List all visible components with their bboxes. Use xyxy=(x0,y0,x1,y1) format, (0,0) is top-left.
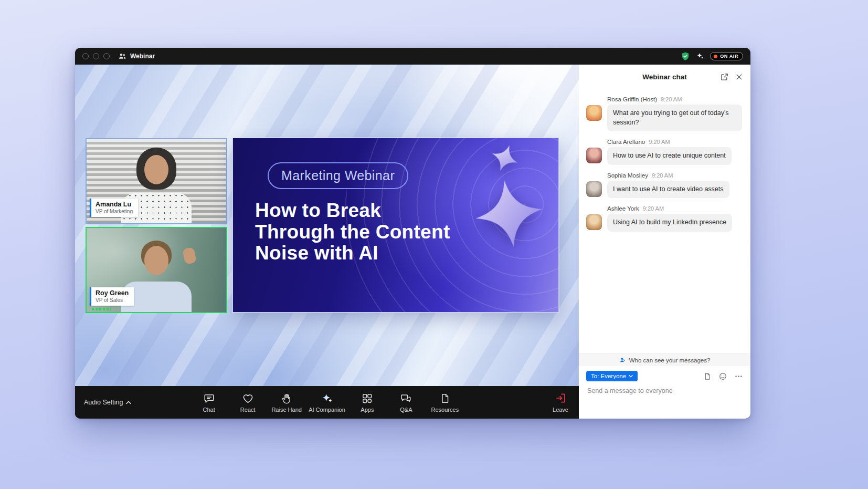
toolbar-item-label: Chat xyxy=(203,407,215,413)
slide-badge: Marketing Webinar xyxy=(268,162,408,189)
avatar xyxy=(586,148,602,163)
chat-message: Rosa Griffin (Host)9:20 AM What are you … xyxy=(586,96,742,131)
participants-icon xyxy=(118,52,126,60)
message-author: Sophia Mosiley xyxy=(607,172,648,179)
message-time: 9:20 AM xyxy=(652,172,673,179)
toolbar-item-label: React xyxy=(240,407,256,413)
popout-icon[interactable] xyxy=(720,72,729,81)
audio-level-indicator xyxy=(92,308,111,310)
window-minimize-button[interactable] xyxy=(93,53,99,59)
shared-presentation: Marketing Webinar How to Break Through t… xyxy=(232,138,559,313)
chat-message-input[interactable] xyxy=(586,381,743,394)
message-bubble: Using AI to build my LinkedIn presence xyxy=(607,214,732,232)
titlebar: Webinar ON AIR xyxy=(75,48,750,65)
apps-grid-icon xyxy=(361,392,373,404)
heart-icon xyxy=(242,392,254,404)
video-stage: Amanda Lu VP of Marketing Roy Green VP o… xyxy=(75,65,579,386)
window-controls xyxy=(82,53,110,59)
avatar xyxy=(586,105,602,121)
message-bubble: I want to use AI to create video assets xyxy=(607,181,729,199)
message-bubble: What are you trying to get out of today'… xyxy=(607,105,742,131)
emoji-icon[interactable] xyxy=(718,372,727,381)
slide-heading: How to Break Through the Content Noise w… xyxy=(255,200,450,264)
speaker-role: VP of Marketing xyxy=(96,209,133,214)
visibility-person-icon xyxy=(619,357,626,363)
speaker-role: VP of Sales xyxy=(96,297,129,303)
chat-header: Webinar chat xyxy=(579,65,750,89)
webinar-app-window: Webinar ON AIR xyxy=(75,48,750,419)
chat-message: Sophia Mosiley9:20 AM I want to use AI t… xyxy=(586,172,742,199)
window-zoom-button[interactable] xyxy=(103,53,110,59)
toolbar-ai-companion-button[interactable]: AI Companion xyxy=(309,392,345,413)
app-title: Webinar xyxy=(118,52,155,60)
security-shield-icon[interactable] xyxy=(681,51,690,61)
toolbar-chat-button[interactable]: Chat xyxy=(192,392,226,413)
privacy-note-label: Who can see your messages? xyxy=(629,357,711,363)
toolbar-react-button[interactable]: React xyxy=(231,392,264,413)
toolbar-raise-hand-button[interactable]: Raise Hand xyxy=(270,392,303,413)
window-close-button[interactable] xyxy=(82,53,89,59)
ai-companion-status-icon[interactable] xyxy=(696,52,704,60)
message-time: 9:20 AM xyxy=(643,205,664,212)
audio-setting-label: Audio Setting xyxy=(84,399,123,406)
speaker-nametag: Roy Green VP of Sales xyxy=(90,287,134,306)
leave-door-icon xyxy=(555,392,567,404)
leave-label: Leave xyxy=(553,407,568,413)
chat-message: Clara Arellano9:20 AM How to use AI to c… xyxy=(586,139,742,165)
message-author: Rosa Griffin (Host) xyxy=(607,96,657,102)
toolbar-item-label: Resources xyxy=(431,407,459,413)
chat-message-list[interactable]: Rosa Griffin (Host)9:20 AM What are you … xyxy=(579,89,750,353)
on-air-dot xyxy=(714,55,717,58)
toolbar-item-label: Q&A xyxy=(400,407,412,413)
toolbar-item-label: Apps xyxy=(361,407,374,413)
qa-bubbles-icon xyxy=(400,392,412,404)
decor-sparkle-small xyxy=(488,141,523,176)
message-author: Clara Arellano xyxy=(607,139,645,145)
message-bubble: How to use AI to create unique content xyxy=(607,147,732,165)
meeting-toolbar: Audio Setting Chat React xyxy=(75,386,579,419)
app-title-label: Webinar xyxy=(130,53,155,60)
recipient-label: To: Everyone xyxy=(591,373,626,379)
on-air-label: ON AIR xyxy=(720,54,738,59)
document-icon xyxy=(439,392,451,404)
chevron-up-icon xyxy=(126,401,131,404)
toolbar-item-label: Raise Hand xyxy=(271,407,301,413)
message-time: 9:20 AM xyxy=(661,96,682,102)
toolbar-items: Chat React xyxy=(192,392,462,413)
message-time: 9:20 AM xyxy=(649,139,670,145)
toolbar-qa-button[interactable]: Q&A xyxy=(389,392,423,413)
avatar xyxy=(586,181,602,197)
toolbar-apps-button[interactable]: Apps xyxy=(351,392,384,413)
decor-sparkle-large xyxy=(471,176,547,252)
audio-setting-button[interactable]: Audio Setting xyxy=(84,399,131,406)
toolbar-resources-button[interactable]: Resources xyxy=(428,392,462,413)
avatar xyxy=(586,214,602,230)
attach-file-icon[interactable] xyxy=(703,372,712,381)
leave-button[interactable]: Leave xyxy=(553,392,568,413)
speaker-nametag: Amanda Lu VP of Marketing xyxy=(90,199,138,217)
on-air-badge: ON AIR xyxy=(710,52,743,60)
chat-message: Ashlee York9:20 AM Using AI to build my … xyxy=(586,205,742,232)
more-options-icon[interactable] xyxy=(734,372,743,381)
speaker-name: Roy Green xyxy=(96,289,129,297)
speaker-name: Amanda Lu xyxy=(96,201,133,208)
recipient-selector[interactable]: To: Everyone xyxy=(586,371,638,381)
chat-privacy-note: Who can see your messages? xyxy=(579,353,750,366)
desktop-background: Webinar ON AIR xyxy=(0,0,868,489)
chat-bubble-icon xyxy=(203,392,215,404)
message-author: Ashlee York xyxy=(607,205,639,212)
chevron-down-icon xyxy=(629,374,633,378)
video-tile-amanda[interactable]: Amanda Lu VP of Marketing xyxy=(86,138,227,224)
ai-sparkle-icon xyxy=(321,392,333,404)
webinar-chat-panel: Webinar chat Rosa Griffin (Host)9: xyxy=(579,65,750,419)
raised-hand-icon xyxy=(281,392,292,404)
video-tile-roy[interactable]: Roy Green VP of Sales xyxy=(86,227,227,313)
chat-title: Webinar chat xyxy=(642,73,687,81)
chat-composer: To: Everyone xyxy=(579,366,750,419)
toolbar-item-label: AI Companion xyxy=(309,407,345,413)
close-icon[interactable] xyxy=(735,73,743,81)
